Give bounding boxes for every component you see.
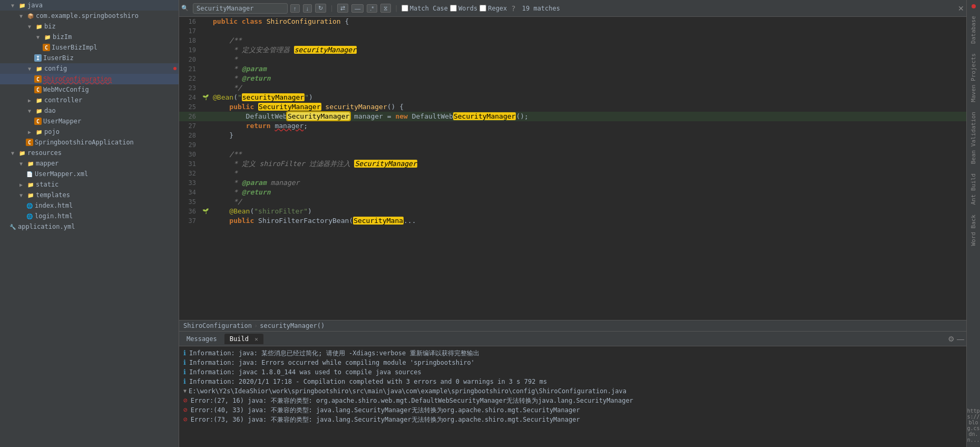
- sidebar-item-label: IuserBizImpl: [52, 44, 97, 51]
- expand-arrow: ▼: [17, 159, 25, 168]
- match-case-label[interactable]: Match Case: [401, 5, 448, 12]
- line-number: 35: [179, 197, 200, 207]
- line-number: 24: [179, 93, 200, 102]
- sidebar-item-java[interactable]: ▼ 📁 java: [0, 0, 179, 11]
- build-file-section[interactable]: ▼ E:\work\Y2s\IdeaShior\work\springboots…: [183, 386, 962, 396]
- minimize-button[interactable]: —: [957, 335, 964, 343]
- sidebar-item-label: application.yml: [18, 223, 75, 230]
- next-match-button[interactable]: ↓: [303, 4, 312, 13]
- sidebar-item-bizIm[interactable]: ▼ 📁 bizIm: [0, 32, 179, 42]
- regex-checkbox[interactable]: [479, 5, 486, 12]
- tab-build-close[interactable]: ✕: [254, 336, 258, 343]
- build-output[interactable]: ℹ Information: java: 某些消息已经过简化; 请使用 -Xdi…: [179, 346, 966, 447]
- regex-label[interactable]: Regex: [479, 5, 507, 12]
- divider: |: [330, 5, 334, 12]
- word-wrap-button[interactable]: —: [351, 4, 364, 13]
- line-number: 25: [179, 102, 200, 112]
- expand-arrow: ▶: [17, 180, 25, 189]
- match-case-checkbox[interactable]: [401, 5, 408, 12]
- xml-icon: 📄: [25, 170, 34, 178]
- sidebar-item-ShiroConfiguration[interactable]: C ShiroConfiguration: [0, 74, 179, 84]
- sidebar-item-IuserBizImpl[interactable]: C IuserBizImpl: [0, 42, 179, 53]
- breadcrumb-part-2[interactable]: securityManager(): [260, 322, 325, 329]
- divider2: |: [395, 5, 398, 12]
- sidebar-item-templates[interactable]: ▼ 📁 templates: [0, 190, 179, 200]
- right-tab-maven[interactable]: Maven Projects: [968, 49, 979, 106]
- right-tab-ant-build[interactable]: Ant Build: [968, 169, 979, 209]
- code-line-17: 17: [179, 26, 966, 36]
- breadcrumb-part-1[interactable]: ShiroConfiguration: [183, 322, 252, 329]
- expand-arrow: ▼: [25, 106, 34, 115]
- line-number: 32: [179, 169, 200, 178]
- sidebar-item-SpringbootshiroApplication[interactable]: C SpringbootshiroApplication: [0, 137, 179, 148]
- breadcrumb-separator: ›: [254, 322, 258, 329]
- expand-arrow: ▼: [34, 33, 42, 41]
- info-icon: ℹ: [183, 358, 186, 367]
- build-error-1[interactable]: ⊘ Error:(27, 16) java: 不兼容的类型: org.apach…: [183, 396, 962, 405]
- words-label[interactable]: Words: [450, 5, 477, 12]
- line-content: public ShiroFilterFactoryBean(SecurityMa…: [211, 216, 966, 226]
- search-icon: 🔍: [181, 5, 189, 12]
- folder-icon: 📁: [26, 180, 35, 189]
- search-input-wrap[interactable]: [193, 3, 288, 14]
- folder-icon: 📁: [35, 128, 43, 136]
- sidebar-item-index-html[interactable]: 🌐 index.html: [0, 200, 179, 211]
- sidebar-item-label: com.example.springbootshiro: [36, 12, 139, 20]
- class-icon: C: [34, 85, 42, 94]
- sidebar-item-mapper[interactable]: ▼ 📁 mapper: [0, 158, 179, 169]
- sidebar-item-label: index.html: [35, 202, 73, 209]
- right-panels: Database Maven Projects Bean Validation …: [966, 0, 980, 447]
- line-content: * @param: [211, 64, 966, 74]
- code-editor[interactable]: 16 public class ShiroConfiguration { 17 …: [179, 17, 966, 320]
- sidebar-item-resources[interactable]: ▼ 📁 resources: [0, 148, 179, 158]
- filter-button[interactable]: ⧖: [380, 4, 391, 13]
- search-input[interactable]: [197, 5, 281, 12]
- sidebar-item-label: ShiroConfiguration: [43, 75, 112, 83]
- sidebar-item-pojo[interactable]: ▶ 📁 pojo: [0, 127, 179, 137]
- code-line-35: 35 */: [179, 197, 966, 207]
- code-line-37: 37 public ShiroFilterFactoryBean(Securit…: [179, 216, 966, 226]
- sidebar-item-biz[interactable]: ▼ 📁 biz: [0, 21, 179, 32]
- toggle-search-options[interactable]: ⇄: [337, 4, 348, 13]
- build-message-4[interactable]: ℹ Information: 2020/1/1 17:18 - Compilat…: [183, 377, 962, 386]
- prev-match-button[interactable]: ↑: [290, 4, 300, 13]
- right-tab-word-back[interactable]: Word Back: [968, 210, 979, 250]
- right-tab-database[interactable]: Database: [968, 12, 979, 48]
- help-icon[interactable]: ?: [511, 4, 515, 13]
- settings-button[interactable]: ⚙: [948, 335, 955, 343]
- line-content: * @return: [211, 74, 966, 83]
- build-error-2[interactable]: ⊘ Error:(40, 33) java: 不兼容的类型: java.lang…: [183, 405, 962, 415]
- code-line-16: 16 public class ShiroConfiguration {: [179, 17, 966, 26]
- sidebar-item-IuserBiz[interactable]: I IuserBiz: [0, 53, 179, 63]
- sidebar-item-label: IuserBiz: [43, 54, 74, 62]
- folder-icon: 📁: [18, 149, 26, 157]
- sidebar-item-label: mapper: [36, 160, 58, 167]
- regex-mode-button[interactable]: .*: [367, 4, 377, 13]
- sidebar-item-static[interactable]: ▶ 📁 static: [0, 179, 179, 190]
- build-error-3[interactable]: ⊘ Error:(73, 36) java: 不兼容的类型: java.lang…: [183, 415, 962, 424]
- right-tab-bean-validation[interactable]: Bean Validation: [968, 108, 979, 168]
- words-checkbox[interactable]: [450, 5, 457, 12]
- folder-icon: 📁: [35, 22, 43, 31]
- line-content: */: [211, 197, 966, 207]
- sidebar-item-WebMvcConfig[interactable]: C WebMvcConfig: [0, 84, 179, 95]
- expand-arrow: ▶: [25, 96, 34, 104]
- close-search-button[interactable]: ✕: [958, 4, 964, 13]
- build-message-text: Information: javac 1.8.0_144 was used to…: [189, 368, 422, 376]
- tab-messages[interactable]: Messages: [181, 334, 222, 344]
- build-message-3[interactable]: ℹ Information: javac 1.8.0_144 was used …: [183, 367, 962, 377]
- build-message-1[interactable]: ℹ Information: java: 某些消息已经过简化; 请使用 -Xdi…: [183, 348, 962, 358]
- sidebar-item-UserMapper-xml[interactable]: 📄 UserMapper.xml: [0, 169, 179, 179]
- sidebar-item-controller[interactable]: ▶ 📁 controller: [0, 95, 179, 105]
- sidebar-item-dao[interactable]: ▼ 📁 dao: [0, 105, 179, 116]
- sidebar-item-label: UserMapper.xml: [35, 170, 88, 178]
- tab-build[interactable]: Build ✕: [224, 334, 263, 344]
- sidebar-item-config[interactable]: ▼ 📁 config: [0, 63, 179, 74]
- sidebar-item-com-example[interactable]: ▼ 📦 com.example.springbootshiro: [0, 11, 179, 21]
- bottom-panel: Messages Build ✕ ⚙ — ℹ Information: java…: [179, 331, 966, 447]
- sidebar-item-login-html[interactable]: 🌐 login.html: [0, 211, 179, 221]
- find-history-button[interactable]: ↻: [315, 4, 326, 13]
- build-message-2[interactable]: ℹ Information: java: Errors occurred whi…: [183, 358, 962, 367]
- sidebar-item-application-yml[interactable]: 🔧 application.yml: [0, 221, 179, 232]
- sidebar-item-UserMapper[interactable]: C UserMapper: [0, 116, 179, 127]
